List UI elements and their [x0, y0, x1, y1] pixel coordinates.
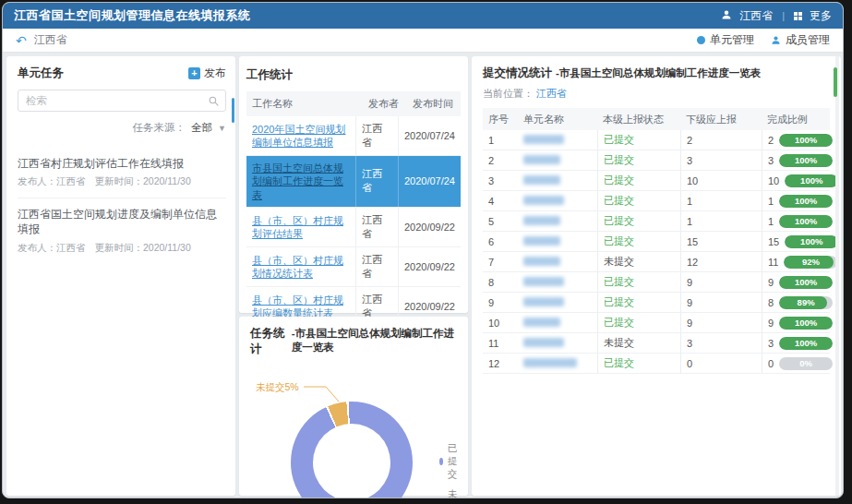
submit-stats-table: 序号单元名称本级上报状态下级应上报完成比例1已提交22100%2已提交33100…: [483, 108, 830, 374]
task-item[interactable]: 江西省村庄规划评估工作在线填报发布人：江西省更新时间：2020/11/30: [18, 148, 226, 198]
row-index: 8: [483, 277, 518, 288]
required-count-cell: 1: [680, 191, 762, 210]
user-name[interactable]: 江西省: [739, 8, 773, 24]
unit-name-redacted[interactable]: [523, 338, 564, 347]
table-row[interactable]: 10已提交99100%: [483, 313, 830, 333]
task-item[interactable]: 江西省国土空间规划进度及编制单位信息填报发布人：江西省更新时间：2020/11/…: [18, 198, 226, 263]
table-row[interactable]: 县（市、区）村庄规划评估结果江西省2020/09/22: [246, 208, 461, 247]
table-row[interactable]: 县（市、区）村庄规划情况统计表江西省2020/09/22: [246, 247, 461, 287]
work-name-link[interactable]: 2020年国土空间规划编制单位信息填报: [252, 123, 350, 150]
row-index: 5: [483, 216, 518, 227]
unit-name-redacted[interactable]: [523, 358, 577, 367]
unit-tasks-title: 单元任务: [18, 66, 64, 81]
progress-label: 100%: [779, 317, 833, 330]
work-stats-title: 工作统计: [246, 68, 293, 81]
column-header: 发布时间: [407, 91, 461, 116]
unit-name-redacted[interactable]: [523, 257, 560, 266]
location-link[interactable]: 江西省: [536, 88, 567, 99]
task-source-select[interactable]: 全部: [191, 121, 212, 135]
work-name-link[interactable]: 县（市、区）村庄规划评估结果: [252, 214, 350, 241]
completion-cell: 1192%: [762, 252, 841, 271]
progress-label: 100%: [785, 235, 838, 248]
unit-name-cell: [518, 155, 597, 166]
completion-cell: 3100%: [762, 150, 836, 170]
progress-label: 100%: [785, 174, 838, 187]
done-count: 15: [768, 236, 779, 247]
unit-name-redacted[interactable]: [523, 175, 560, 185]
work-date-cell: 2020/09/22: [398, 247, 461, 286]
status-cell: 已提交: [597, 232, 680, 251]
table-row[interactable]: 12已提交000%: [483, 354, 830, 374]
work-name-link[interactable]: 市县国土空间总体规划编制工作进度一览表: [252, 162, 350, 201]
table-row[interactable]: 1已提交22100%: [483, 130, 830, 150]
search-input[interactable]: [18, 90, 226, 112]
progress-label: 0%: [779, 357, 833, 370]
unit-name-redacted[interactable]: [523, 277, 564, 286]
work-name-cell: 2020年国土空间规划编制单位信息填报: [246, 116, 355, 155]
apps-grid-icon[interactable]: [794, 12, 802, 20]
table-row[interactable]: 11未提交33100%: [483, 333, 830, 354]
task-source-label: 任务来源：: [133, 121, 186, 135]
table-row[interactable]: 5已提交11100%: [483, 211, 830, 232]
more-button[interactable]: 更多: [810, 8, 832, 24]
donut-ring: [291, 402, 413, 498]
member-management-button[interactable]: 成员管理: [771, 32, 830, 48]
unit-name-redacted[interactable]: [523, 216, 560, 225]
unit-management-button[interactable]: 单元管理: [697, 32, 754, 48]
chevron-down-icon[interactable]: ▼: [218, 124, 226, 133]
unit-name-redacted[interactable]: [523, 135, 564, 144]
unit-name-cell: [518, 358, 597, 369]
task-stats-panel: 任务统计 -市县国土空间总体规划编制工作进度一览表 未提交5% 已提交95% 已…: [239, 317, 468, 496]
submit-stats-title: 提交情况统计: [483, 66, 552, 81]
right-scrollbar-thumb[interactable]: [834, 67, 837, 97]
work-name-cell: 县（市、区）村庄规划评估结果: [246, 208, 355, 246]
table-row[interactable]: 市县国土空间总体规划编制工作进度一览表江西省2020/07/24: [246, 156, 461, 208]
progress-pill: 0%: [779, 357, 833, 370]
work-name-link[interactable]: 县（市、区）村庄规划应编数量统计表: [252, 294, 350, 320]
submit-stats-subtitle: -市县国土空间总体规划编制工作进度一览表: [556, 66, 761, 80]
task-item-meta: 发布人：江西省更新时间：2020/11/30: [18, 242, 226, 255]
column-header: 序号: [483, 113, 518, 126]
unit-name-redacted[interactable]: [523, 196, 564, 205]
row-index: 4: [483, 196, 518, 207]
unit-name-redacted[interactable]: [523, 297, 564, 306]
table-row[interactable]: 4已提交11100%: [483, 191, 830, 211]
work-name-link[interactable]: 县（市、区）村庄规划情况统计表: [252, 254, 350, 281]
done-count: 9: [768, 318, 774, 329]
task-list: 江西省村庄规划评估工作在线填报发布人：江西省更新时间：2020/11/30江西省…: [18, 148, 226, 264]
required-count-cell: 12: [680, 252, 762, 271]
table-row[interactable]: 2已提交33100%: [483, 150, 830, 171]
unit-name-cell: [518, 196, 597, 207]
unit-name-redacted[interactable]: [523, 236, 560, 246]
unit-name-cell: [518, 338, 597, 349]
required-count-cell: 10: [680, 171, 762, 190]
breadcrumb[interactable]: 江西省: [34, 32, 67, 48]
unit-name-redacted[interactable]: [523, 318, 560, 327]
table-row[interactable]: 3已提交1010100%: [483, 171, 830, 191]
table-row[interactable]: 6已提交1515100%: [483, 232, 830, 252]
publish-button[interactable]: + 发布: [188, 66, 226, 81]
work-date-cell: 2020/07/24: [398, 116, 461, 155]
member-icon: [771, 35, 781, 45]
status-cell: 已提交: [597, 313, 680, 332]
table-row[interactable]: 8已提交99100%: [483, 272, 830, 293]
chart-legend: 已提交未提交: [439, 442, 462, 498]
table-row[interactable]: 7未提交121192%: [483, 252, 830, 272]
unit-name-redacted[interactable]: [523, 155, 560, 164]
status-cell: 已提交: [597, 191, 680, 210]
progress-label: 100%: [779, 134, 833, 147]
completion-cell: 10100%: [762, 171, 842, 190]
task-item-title: 江西省村庄规划评估工作在线填报: [18, 156, 226, 171]
table-row[interactable]: 2020年国土空间规划编制单位信息填报江西省2020/07/24: [246, 116, 461, 156]
table-row[interactable]: 9已提交9889%: [483, 293, 830, 313]
legend-item[interactable]: 未提交: [439, 488, 462, 498]
legend-label: 未提交: [448, 488, 462, 498]
unit-name-cell: [518, 257, 597, 268]
right-scrollbar-track[interactable]: [835, 56, 839, 496]
legend-item[interactable]: 已提交: [439, 442, 462, 481]
search-icon[interactable]: [208, 94, 220, 106]
left-scrollbar-thumb[interactable]: [232, 98, 234, 123]
task-item-meta: 发布人：江西省更新时间：2020/11/30: [18, 175, 226, 188]
progress-pill: 92%: [784, 256, 837, 269]
back-icon[interactable]: ↶: [16, 34, 27, 47]
